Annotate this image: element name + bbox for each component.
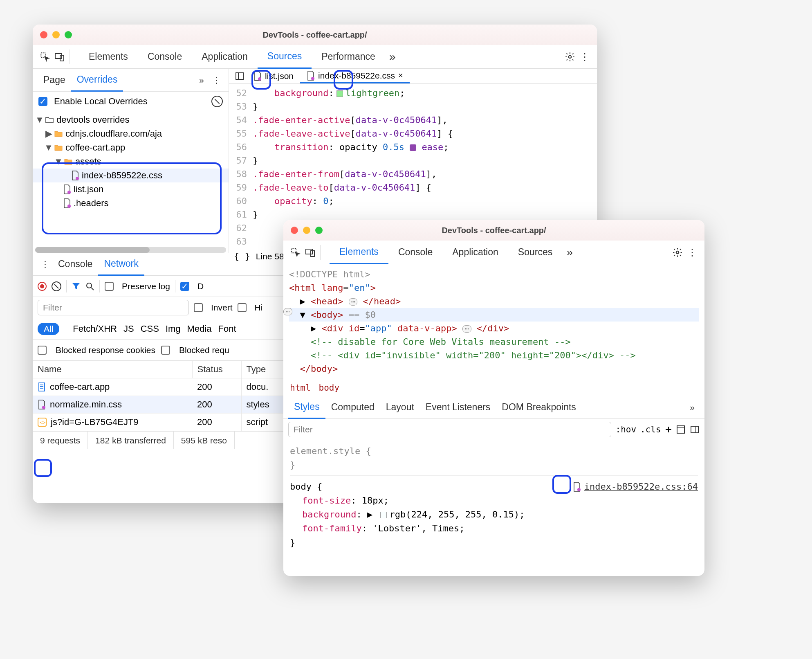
- filter-icon[interactable]: [72, 282, 81, 291]
- filter-all[interactable]: All: [38, 323, 59, 335]
- tab-console[interactable]: Console: [138, 45, 192, 69]
- requests-count: 9 requests: [33, 432, 88, 449]
- toggle-navigator-icon[interactable]: [232, 69, 247, 83]
- invert-checkbox[interactable]: [194, 303, 203, 312]
- styles-tab-listeners[interactable]: Event Listeners: [420, 396, 496, 419]
- more-subtabs-icon[interactable]: »: [194, 73, 209, 88]
- more-tabs-icon[interactable]: »: [385, 49, 400, 64]
- svg-point-28: [577, 488, 581, 491]
- styles-tab-dombreakpoints[interactable]: DOM Breakpoints: [496, 396, 582, 419]
- file-override-icon: [63, 184, 71, 194]
- hide-dataurls-checkbox[interactable]: [238, 303, 247, 312]
- drawer-tab-network[interactable]: Network: [98, 253, 144, 276]
- col-name[interactable]: Name: [33, 361, 192, 378]
- dom-tree[interactable]: <!DOCTYPE html> <html lang="en"> ▶ <head…: [283, 264, 704, 379]
- close-window-button[interactable]: [40, 31, 47, 38]
- source-link[interactable]: index-b859522e.css:64: [573, 480, 698, 494]
- svg-rect-13: [39, 383, 45, 391]
- filter-media[interactable]: Media: [187, 324, 212, 334]
- svg-point-23: [676, 251, 679, 254]
- blocked-requests-checkbox[interactable]: [161, 346, 170, 355]
- transferred-size: 182 kB transferred: [88, 432, 174, 449]
- file-tab-list-json[interactable]: list.json: [247, 69, 300, 83]
- tab-performance[interactable]: Performance: [312, 45, 385, 69]
- filter-img[interactable]: Img: [166, 324, 181, 334]
- drawer-kebab-icon[interactable]: ⋮: [38, 257, 52, 272]
- styles-tab-styles[interactable]: Styles: [288, 396, 325, 419]
- tab-elements[interactable]: Elements: [330, 241, 388, 264]
- svg-point-4: [76, 177, 79, 180]
- filter-font[interactable]: Font: [218, 324, 236, 334]
- minimize-window-button[interactable]: [303, 227, 310, 234]
- filter-js[interactable]: JS: [123, 324, 134, 334]
- svg-rect-7: [236, 73, 243, 79]
- element-style-label[interactable]: element.style {: [290, 444, 698, 458]
- tree-file-json[interactable]: list.json: [33, 182, 229, 196]
- styles-tab-computed[interactable]: Computed: [325, 396, 380, 419]
- tab-application[interactable]: Application: [442, 241, 508, 264]
- svg-line-12: [91, 288, 94, 290]
- device-toolbar-icon[interactable]: [52, 49, 67, 64]
- settings-icon[interactable]: [563, 49, 577, 64]
- tab-console[interactable]: Console: [388, 241, 442, 264]
- zoom-window-button[interactable]: [315, 227, 323, 234]
- enable-overrides-checkbox[interactable]: ✓: [38, 97, 47, 106]
- subtab-page[interactable]: Page: [38, 69, 71, 92]
- clear-overrides-icon[interactable]: [211, 96, 223, 107]
- disable-cache-checkbox[interactable]: ✓: [180, 282, 189, 291]
- kebab-menu-icon[interactable]: ⋮: [577, 49, 592, 64]
- close-window-button[interactable]: [291, 227, 298, 234]
- filter-css[interactable]: CSS: [141, 324, 159, 334]
- main-toolbar: Elements Console Application Sources » ⋮: [283, 241, 704, 264]
- more-tabs-icon[interactable]: »: [562, 245, 577, 260]
- tree-assets[interactable]: ▼ assets: [33, 155, 229, 169]
- folder-icon: [54, 130, 63, 137]
- device-toolbar-icon[interactable]: [303, 245, 318, 260]
- kebab-menu-icon[interactable]: ⋮: [685, 245, 700, 260]
- zoom-window-button[interactable]: [65, 31, 72, 38]
- blocked-cookies-checkbox[interactable]: [38, 346, 47, 355]
- pretty-print-icon[interactable]: { }: [234, 251, 250, 261]
- blocked-cookies-label: Blocked response cookies: [56, 345, 155, 355]
- tab-elements[interactable]: Elements: [79, 45, 138, 69]
- sidebar-kebab-icon[interactable]: ⋮: [209, 73, 224, 88]
- tree-root[interactable]: ▼ devtools overrides: [33, 113, 229, 127]
- hov-toggle[interactable]: :hov: [615, 425, 636, 434]
- tree-coffee-cart[interactable]: ▼ coffee-cart.app: [33, 141, 229, 155]
- filter-fetch[interactable]: Fetch/XHR: [73, 324, 117, 334]
- network-filter-input[interactable]: [38, 300, 189, 315]
- tab-sources[interactable]: Sources: [258, 45, 312, 69]
- toggle-sidebar-icon[interactable]: [690, 425, 700, 434]
- subtab-overrides[interactable]: Overrides: [71, 69, 123, 92]
- rule-selector[interactable]: body {: [290, 480, 322, 494]
- preserve-log-label: Preserve log: [122, 281, 170, 291]
- col-status[interactable]: Status: [192, 361, 241, 378]
- tab-application[interactable]: Application: [192, 45, 258, 69]
- cls-toggle[interactable]: .cls: [640, 425, 661, 434]
- more-styles-tabs-icon[interactable]: »: [685, 400, 700, 415]
- enable-overrides-label: Enable Local Overrides: [54, 96, 148, 107]
- tree-file-headers[interactable]: .headers: [33, 196, 229, 210]
- close-tab-icon[interactable]: ×: [398, 71, 403, 80]
- titlebar: DevTools - coffee-cart.app/: [283, 220, 704, 241]
- styles-tab-layout[interactable]: Layout: [380, 396, 420, 419]
- inspect-element-icon[interactable]: [38, 49, 52, 64]
- cursor-position: Line 58: [256, 252, 284, 261]
- inspect-element-icon[interactable]: [288, 245, 303, 260]
- computed-styles-icon[interactable]: [676, 425, 686, 434]
- breadcrumb[interactable]: html body: [283, 379, 704, 396]
- tree-file-css[interactable]: index-b859522e.css: [33, 169, 229, 182]
- tree-cdnjs[interactable]: ▶ cdnjs.cloudflare.com/aja: [33, 127, 229, 141]
- file-tab-css[interactable]: index-b859522e.css ×: [300, 69, 410, 83]
- record-icon[interactable]: [38, 282, 47, 291]
- tab-sources[interactable]: Sources: [508, 241, 562, 264]
- search-icon[interactable]: [85, 282, 94, 291]
- clear-icon[interactable]: [52, 281, 61, 291]
- settings-icon[interactable]: [670, 245, 685, 260]
- drawer-tab-console[interactable]: Console: [52, 253, 98, 276]
- new-style-rule-icon[interactable]: +: [665, 423, 672, 436]
- styles-filter-input[interactable]: [288, 422, 611, 437]
- resources-size: 595 kB reso: [174, 432, 235, 449]
- minimize-window-button[interactable]: [52, 31, 60, 38]
- preserve-log-checkbox[interactable]: [105, 282, 114, 291]
